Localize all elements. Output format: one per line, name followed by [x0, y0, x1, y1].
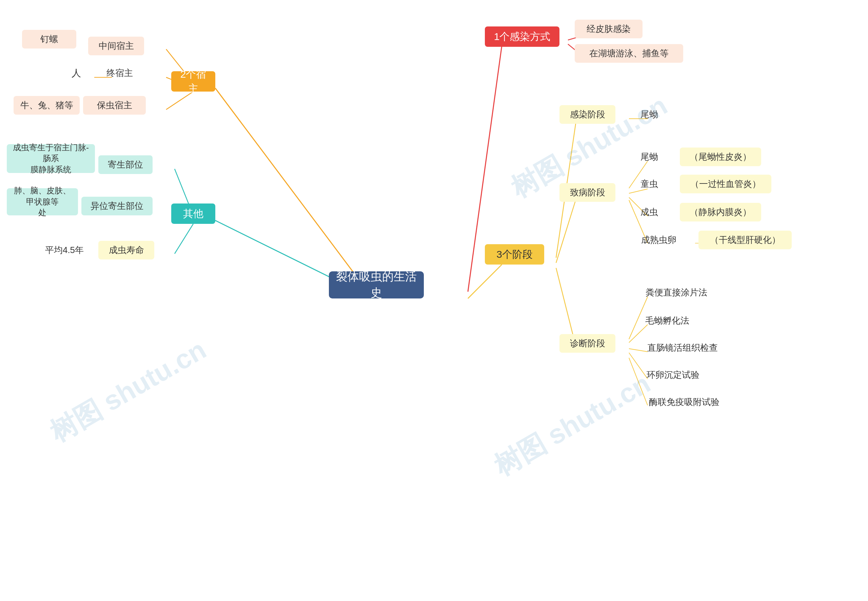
node-dinglo: 钉螺 [22, 30, 76, 49]
node-yiwei: 异位寄生部位 [81, 197, 152, 215]
svg-line-15 [468, 265, 502, 299]
node-zhenduan-jd: 诊断阶段 [559, 334, 615, 353]
node-meilianmianyi: 酶联免疫吸附试验 [632, 393, 736, 412]
node-chengchong-zhibing: 成虫 [632, 203, 666, 221]
node-zhibing-jd: 致病阶段 [559, 183, 615, 202]
node-other: 其他 [171, 203, 215, 224]
node-chengshu-chonglu-desc: （干线型肝硬化） [699, 230, 792, 249]
node-shouming: 成虫寿命 [98, 241, 154, 259]
node-zhongshu-label: 终宿主 [91, 64, 148, 82]
node-2hosts: 2个宿主 [171, 71, 215, 92]
node-tongyou-desc: （一过性血管炎） [680, 175, 771, 193]
node-pingjun: 平均4.5年 [34, 241, 95, 259]
node-ren: 人 [64, 64, 88, 82]
node-3jieduan: 3个阶段 [485, 244, 544, 265]
svg-line-19 [556, 198, 576, 263]
node-niutuzhudeng: 牛、兔、猪等 [14, 96, 80, 114]
node-zhichang-jing: 直肠镜活组织检查 [632, 339, 732, 357]
node-1ganranfangshi: 1个感染方式 [485, 26, 559, 47]
node-feinao: 肺、脑、皮肤、甲状腺等 处 [7, 188, 78, 215]
node-bao: 保虫宿主 [83, 96, 146, 114]
node-chengchong-zhibing-desc: （静脉内膜炎） [680, 203, 761, 221]
node-maoyou-fuhua: 毛蚴孵化法 [632, 311, 702, 330]
node-tongyou: 童虫 [632, 175, 666, 193]
node-hutan: 在湖塘游泳、捕鱼等 [575, 44, 683, 63]
node-huanlu-chending: 环卵沉定试验 [632, 366, 714, 384]
node-ganran-jd: 感染阶段 [559, 105, 615, 124]
node-jisheng: 寄生部位 [98, 156, 152, 174]
svg-line-0 [215, 88, 373, 299]
node-weiyou-zhibing: 尾蚴 [632, 148, 666, 166]
node-weiyou-zhibing-desc: （尾蚴性皮炎） [680, 148, 761, 166]
node-chengshu-chonglu: 成熟虫卵 [632, 230, 685, 249]
node-jingpi: 经皮肤感染 [575, 20, 643, 38]
node-chengchong-jisheng: 成虫寄生于宿主门脉-肠系 膜静脉系统 [7, 144, 95, 173]
center-node: 裂体吸虫的生活史 [329, 272, 424, 299]
node-weiyou-ganran: 尾蚴 [632, 105, 666, 124]
node-fenbianzhijie: 粪便直接涂片法 [632, 283, 720, 302]
svg-line-10 [175, 224, 193, 254]
node-zhongjian: 中间宿主 [88, 37, 144, 55]
